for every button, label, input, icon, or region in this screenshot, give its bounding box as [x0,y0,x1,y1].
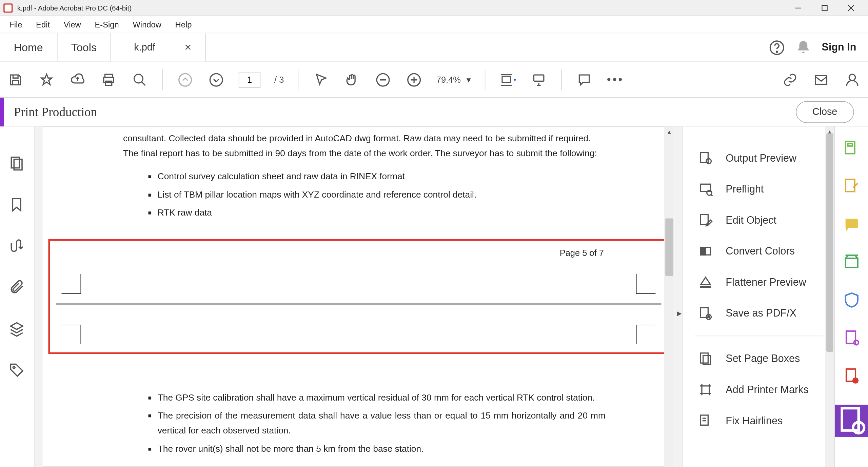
maximize-button[interactable] [811,0,838,16]
menu-view[interactable]: View [57,18,88,32]
tools-tab[interactable]: Tools [57,33,111,61]
comment-icon[interactable] [576,71,593,88]
document-view[interactable]: consultant. Collected data should be pro… [35,126,683,467]
expand-right-pane-icon[interactable]: ▶ [675,302,683,325]
navigation-pane [0,126,35,467]
svg-rect-38 [702,386,709,393]
menu-esign[interactable]: E-Sign [88,18,126,32]
document-text: The GPS site calibration shall have a ma… [43,364,675,458]
minimize-button[interactable] [785,0,811,16]
more-icon[interactable]: ••• [607,73,624,86]
panel-accent [0,97,4,126]
star-icon[interactable] [38,71,55,88]
link-icon[interactable] [782,71,799,88]
panel-scrollbar[interactable]: ▴ [825,126,834,467]
save-icon[interactable] [7,71,24,88]
close-button[interactable] [838,0,864,16]
fit-width-icon[interactable]: ▾ [499,71,517,88]
search-icon[interactable] [131,71,149,88]
svg-rect-32 [701,247,706,255]
tool-protect-icon[interactable] [842,291,861,309]
thumbnails-icon[interactable] [8,155,26,172]
page-down-icon[interactable] [208,71,225,88]
svg-rect-18 [502,76,511,82]
mail-icon[interactable] [812,71,830,88]
cloud-upload-icon[interactable] [69,71,86,88]
attachment-icon[interactable] [8,279,26,297]
svg-point-48 [854,340,859,345]
layers-icon[interactable] [8,321,26,338]
tool-convert-colors[interactable]: Convert Colors [695,236,823,267]
scroll-thumb[interactable] [665,218,673,276]
tools-rail [834,126,868,467]
page-number-input[interactable] [239,72,260,87]
scroll-thumb[interactable] [826,133,833,351]
document-tab[interactable]: k.pdf ✕ [111,33,206,61]
page-footer: Page 5 of 7 [560,248,604,258]
svg-rect-25 [701,153,708,162]
tools-panel: Output Preview Preflight Edit Object Con… [683,126,868,467]
close-panel-button[interactable]: Close [795,101,854,123]
tool-edit-pdf-icon[interactable] [842,177,861,195]
tool-flattener-preview[interactable]: Flattener Preview [695,267,823,298]
tool-preflight[interactable]: Preflight [695,174,823,205]
close-tab-icon[interactable]: ✕ [184,42,192,53]
menu-bar: File Edit View E-Sign Window Help [0,16,868,33]
tool-save-pdfx[interactable]: Save as PDF/X [695,298,823,329]
tool-accessibility-icon[interactable] [842,367,861,385]
hand-tool-icon[interactable] [343,71,360,88]
crop-mark [636,274,656,294]
svg-point-12 [210,74,222,86]
svg-rect-43 [848,144,852,146]
page-up-icon[interactable] [177,71,194,88]
zoom-out-icon[interactable] [374,71,392,88]
tool-output-preview[interactable]: Output Preview [695,143,823,174]
help-icon[interactable] [769,39,785,55]
print-icon[interactable] [100,71,117,88]
crop-mark [61,325,81,344]
menu-edit[interactable]: Edit [29,18,57,32]
bookmark-icon[interactable] [8,197,26,214]
tool-organize-icon[interactable] [842,253,861,271]
separator [561,69,562,90]
signatures-icon[interactable] [8,238,26,255]
list-item: Control survey calculation sheet and raw… [158,167,606,186]
zoom-dropdown[interactable]: 79.4%▾ [436,75,471,85]
tool-create-pdf-icon[interactable] [842,139,861,157]
svg-rect-51 [842,408,858,431]
tool-set-page-boxes[interactable]: Set Page Boxes [695,343,823,374]
account-icon[interactable] [844,71,861,88]
svg-point-5 [776,51,777,52]
vertical-scrollbar[interactable]: ▴ [664,126,675,467]
bell-icon[interactable] [795,39,811,55]
tool-export-icon[interactable] [842,329,861,347]
tool-edit-object[interactable]: Edit Object [695,205,823,236]
home-tab[interactable]: Home [0,33,57,61]
tool-fix-hairlines[interactable]: Fix Hairlines [695,405,823,436]
tool-add-printer-marks[interactable]: Add Printer Marks [695,374,823,405]
svg-point-9 [134,74,143,83]
menu-help[interactable]: Help [168,18,199,32]
sign-in-button[interactable]: Sign In [822,41,856,54]
svg-point-26 [706,159,711,164]
read-mode-icon[interactable] [530,71,548,88]
zoom-in-icon[interactable] [405,71,422,88]
app-icon [3,3,13,12]
separator [485,69,486,90]
tool-print-production-icon[interactable] [835,405,868,437]
separator [162,69,163,90]
svg-rect-19 [534,75,544,81]
svg-rect-20 [815,75,827,84]
svg-rect-1 [822,5,827,10]
list-item: List of TBM pillar location maps with XY… [158,185,606,204]
tags-icon[interactable] [8,362,26,379]
menu-file[interactable]: File [2,18,29,32]
selection-box[interactable]: Page 5 of 7 [48,239,669,354]
tool-comment-icon[interactable] [842,215,861,233]
svg-rect-33 [700,286,711,288]
svg-rect-46 [845,258,857,267]
menu-window[interactable]: Window [126,18,168,32]
scroll-up-icon[interactable]: ▴ [664,126,675,137]
page-break [56,303,662,305]
selection-tool-icon[interactable] [312,71,329,88]
